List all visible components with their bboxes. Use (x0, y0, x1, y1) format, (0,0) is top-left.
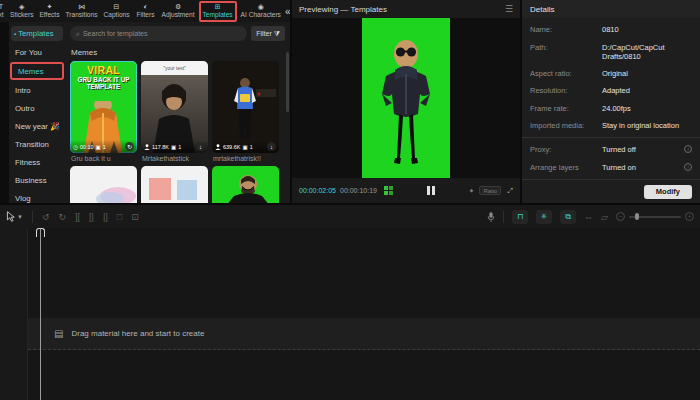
templates-sidebar: ▪ Templates For You Memes Intro Outro Ne… (9, 22, 65, 203)
undo-icon[interactable]: ↺ (42, 212, 50, 222)
refresh-icon[interactable]: ↻ (125, 142, 134, 151)
template-card[interactable] (141, 166, 208, 203)
download-icon[interactable]: ↓ (267, 142, 276, 151)
details-panel: Details Name: 0810 Path: D:/CapCut/CapCu… (522, 0, 700, 203)
zoom-slider-handle[interactable] (635, 213, 639, 220)
clock-icon: ◷ (73, 144, 78, 150)
playhead-line[interactable] (40, 228, 41, 400)
search-input[interactable]: ⌕ Search for templates (70, 26, 247, 41)
adjustment-icon: ⚙ (175, 3, 181, 11)
info-icon[interactable]: i (684, 145, 692, 153)
delete-right-icon[interactable]: |] (103, 212, 108, 222)
effects-icon: ✦ (47, 3, 53, 11)
sticker-icon: ◈ (19, 3, 24, 11)
focus-frame-icon[interactable]: ⌖ (469, 187, 473, 195)
total-time: 00:00:10:19 (340, 187, 377, 194)
split-icon[interactable]: ][ (75, 212, 80, 222)
select-tool-button[interactable]: ▼ (6, 211, 23, 222)
notes-art (141, 166, 208, 203)
preview-axis-icon[interactable]: ✳ (536, 210, 552, 224)
clips-icon: ▣ (242, 144, 247, 150)
tab-stickers[interactable]: ◈ Stickers (8, 0, 35, 22)
tab-filters[interactable]: ◐ Filters (134, 0, 158, 22)
playback-controls: 00:00:02:05 00:00:10:19 ⌖ Ratio ⤢ (292, 178, 520, 203)
content-scrollbar[interactable] (286, 52, 289, 112)
fullscreen-icon[interactable]: ⤢ (507, 187, 513, 195)
templates-browser: ⌕ Search for templates Filter ⧩ Memes VI… (65, 22, 290, 203)
template-thumbnail[interactable] (141, 166, 208, 203)
adjust-tracks-icon[interactable]: ⇔ (584, 212, 593, 222)
media-clip-icon: ▤ (54, 328, 63, 339)
sidebar-item-for-you[interactable]: For You (9, 43, 65, 61)
zoom-slider[interactable] (629, 216, 681, 218)
template-thumbnail[interactable] (212, 166, 279, 203)
template-card-gru[interactable]: VIRAL GRU BACK IT UP TEMPLATE ◷ (70, 61, 137, 162)
template-card[interactable] (70, 166, 137, 203)
chevron-down-icon[interactable]: ▼ (17, 214, 23, 220)
filter-icon: ⧩ (274, 30, 280, 38)
timeline-drop-zone[interactable]: ▤ Drag material here and start to create (28, 318, 700, 350)
detail-row-imported-media: Imported media: Stay in original locatio… (522, 117, 700, 134)
tab-text[interactable]: T xt (0, 0, 6, 22)
text-icon: T (0, 3, 3, 11)
zoom-out-icon[interactable]: − (616, 212, 625, 221)
template-thumbnail[interactable]: 639.6K ▣ 1 ↓ (212, 61, 279, 153)
crop-icon[interactable]: ⊡ (131, 212, 139, 222)
preview-quality-icon[interactable] (384, 186, 393, 195)
sidebar-item-business[interactable]: Business (9, 171, 65, 189)
tab-adjustment[interactable]: ⚙ Adjustment (160, 0, 197, 22)
sidebar-item-fitness[interactable]: Fitness (9, 153, 65, 171)
transitions-icon: ⋈ (78, 3, 85, 11)
cursor-icon (6, 211, 15, 222)
tab-captions[interactable]: ⊟ Captions (102, 0, 132, 22)
ratio-button[interactable]: Ratio (479, 186, 501, 195)
media-library-panel: T xt ◈ Stickers ✦ Effects ⋈ Transitions … (0, 0, 290, 203)
detail-row-name: Name: 0810 (522, 21, 700, 38)
greenscreen-video[interactable] (362, 18, 450, 178)
tab-ai-characters[interactable]: ◉ AI Characters (239, 0, 283, 22)
sidebar-item-outro[interactable]: Outro (9, 99, 65, 117)
cover-icon[interactable]: ▱ (601, 212, 608, 222)
zoom-in-icon[interactable]: + (685, 212, 694, 221)
collapse-panel-icon[interactable]: « (285, 6, 290, 17)
detail-row-aspect-ratio: Aspect ratio: Original (522, 65, 700, 82)
delete-icon[interactable]: □ (117, 212, 122, 222)
magnetic-snap-icon[interactable]: ⊓ (512, 210, 528, 224)
top-toolbar: T xt ◈ Stickers ✦ Effects ⋈ Transitions … (0, 0, 290, 22)
info-icon[interactable]: i (684, 163, 692, 171)
captions-icon: ⊟ (114, 3, 120, 11)
pause-button[interactable] (427, 186, 435, 195)
sidebar-item-memes[interactable]: Memes (10, 62, 64, 80)
timeline-area[interactable]: ▤ Drag material here and start to create (0, 228, 700, 400)
preview-menu-icon[interactable]: ☰ (505, 4, 513, 14)
timeline-toolbar: ▼ ↺ ↻ ][ [| |] □ ⊡ ⊓ ✳ ⧉ ⇔ ▱ − + (0, 205, 700, 228)
template-caption: Mrtakethatstick (141, 153, 208, 162)
template-thumbnail[interactable]: "your text" 117.8K ▣ 1 (141, 61, 208, 153)
template-card-mrtakethatstick[interactable]: "your text" 117.8K ▣ 1 (141, 61, 208, 162)
sidebar-item-intro[interactable]: Intro (9, 81, 65, 99)
gradient-text-art (70, 166, 137, 203)
filter-button[interactable]: Filter ⧩ (251, 26, 285, 41)
detail-row-proxy: Proxy: Turned off i (522, 141, 700, 158)
section-title: Memes (65, 41, 290, 61)
active-dot-icon: ▪ (14, 31, 16, 37)
record-voiceover-icon[interactable] (487, 211, 495, 223)
modify-button[interactable]: Modify (644, 185, 692, 199)
template-card-mrtakethatrisk[interactable]: 639.6K ▣ 1 ↓ mrtakethatrisk!! (212, 61, 279, 162)
sidebar-item-new-year[interactable]: New year 🎉 (9, 117, 65, 135)
search-icon: ⌕ (76, 30, 80, 38)
template-thumbnail[interactable] (70, 166, 137, 203)
download-icon[interactable]: ↓ (196, 142, 205, 151)
sidebar-header-templates[interactable]: ▪ Templates (11, 26, 63, 41)
redo-icon[interactable]: ↻ (59, 212, 67, 222)
template-thumbnail[interactable]: VIRAL GRU BACK IT UP TEMPLATE ◷ (70, 61, 137, 153)
tab-transitions[interactable]: ⋈ Transitions (64, 0, 100, 22)
auto-link-icon[interactable]: ⧉ (560, 210, 576, 224)
template-grid-row2 (65, 162, 290, 203)
delete-left-icon[interactable]: [| (89, 212, 94, 222)
template-card[interactable] (212, 166, 279, 203)
current-time: 00:00:02:05 (299, 187, 336, 194)
tab-effects[interactable]: ✦ Effects (37, 0, 61, 22)
sidebar-item-transition[interactable]: Transition (9, 135, 65, 153)
tab-templates[interactable]: ⊞ Templates (199, 1, 237, 22)
